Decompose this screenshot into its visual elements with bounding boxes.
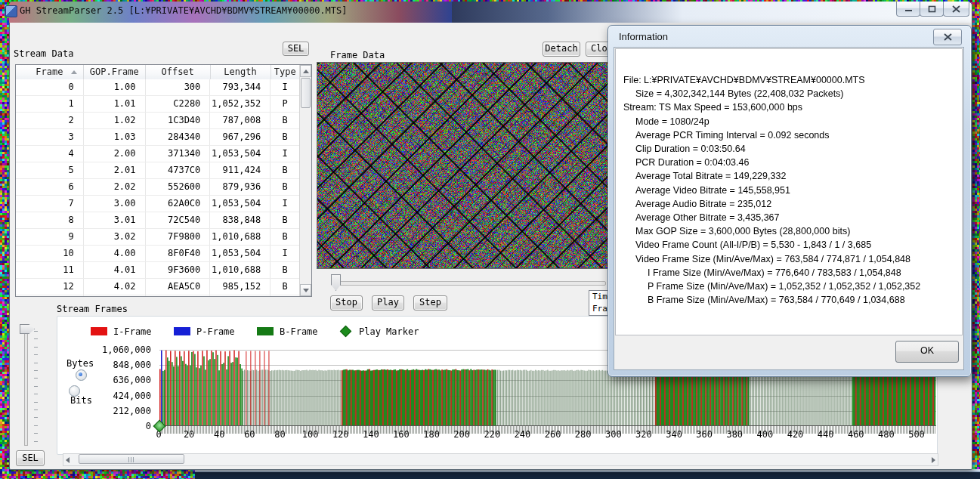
table-cell: 1,053,888 <box>210 295 271 297</box>
table-row[interactable]: 93.027F98001,010,688B <box>16 229 300 246</box>
table-row[interactable]: 42.003713401,053,504I <box>16 146 300 162</box>
table-row[interactable]: 21.021C3D40787,008B <box>16 113 300 129</box>
table-cell: 3.01 <box>84 212 146 228</box>
play-button[interactable]: Play <box>372 295 404 311</box>
stream-data-table[interactable]: FrameGOP.FrameOffsetLengthType 01.003007… <box>15 64 312 297</box>
frame-position-slider[interactable] <box>332 281 606 286</box>
table-cell: 879,936 <box>210 179 271 195</box>
column-header-frame[interactable]: Frame <box>16 65 84 79</box>
table-cell: I <box>271 79 300 95</box>
table-cell: 2.02 <box>84 179 146 195</box>
table-cell: B <box>271 229 300 245</box>
table-cell: 1,010,688 <box>210 229 271 245</box>
table-cell: B <box>271 129 300 145</box>
tick-mark <box>34 394 38 394</box>
table-cell: 985,152 <box>210 279 271 295</box>
arrow-down-icon <box>303 289 309 292</box>
zoom-slider-track[interactable] <box>24 326 28 446</box>
maximize-button[interactable] <box>920 2 944 17</box>
legend-label: B-Frame <box>280 326 318 337</box>
info-line: Average Audio Bitrate = 235,012 <box>623 197 920 211</box>
table-cell: I <box>271 196 300 212</box>
table-cell: 2.01 <box>84 162 146 178</box>
table-header[interactable]: FrameGOP.FrameOffsetLengthType <box>16 65 300 80</box>
y-tick-label: 212,000 <box>79 406 151 416</box>
grip-icon <box>128 457 135 462</box>
table-vertical-scrollbar[interactable] <box>299 65 311 296</box>
information-dialog[interactable]: Information File: L:¥PRIVATE¥AVCHD¥BDMV¥… <box>607 25 972 377</box>
column-header-length[interactable]: Length <box>211 65 271 79</box>
sel-button-bottom[interactable]: SEL <box>16 450 45 466</box>
horizontal-scrollbar[interactable] <box>63 453 938 466</box>
tick-mark <box>34 378 38 379</box>
dialog-close-button[interactable] <box>933 29 962 45</box>
x-tick-label: 260 <box>545 429 561 440</box>
hscroll-thumb[interactable] <box>79 454 184 464</box>
table-cell: 8F0F40 <box>146 246 211 261</box>
close-icon <box>952 5 960 13</box>
x-tick-label: 100 <box>302 429 319 440</box>
legend-item-play-marker: Play Marker <box>342 326 419 337</box>
table-cell: 1 <box>16 96 84 112</box>
dialog-client-area: File: L:¥PRIVATE¥AVCHD¥BDMV¥STREAM¥00000… <box>614 47 964 370</box>
ok-button[interactable]: OK <box>895 341 959 363</box>
detach-button[interactable]: Detach <box>543 42 580 57</box>
table-row[interactable]: 104.008F0F401,053,504I <box>16 246 300 262</box>
table-cell: 300 <box>146 79 211 95</box>
sel-button-top[interactable]: SEL <box>283 42 309 56</box>
table-cell: 284340 <box>146 129 211 145</box>
table-cell: 7F9800 <box>146 229 211 245</box>
table-cell: 9F3600 <box>146 262 211 278</box>
y-tick-label: 848,000 <box>79 360 151 370</box>
arrow-left-icon[interactable] <box>66 457 70 463</box>
scroll-down-button[interactable] <box>300 284 311 296</box>
table-cell: 5.00 <box>84 295 146 297</box>
table-row[interactable]: 01.00300793,344I <box>16 79 300 96</box>
table-cell: 6 <box>16 179 84 195</box>
tick-mark <box>34 409 38 410</box>
y-tick-label: 0 <box>79 421 151 431</box>
table-cell: 4.00 <box>84 246 146 261</box>
table-row[interactable]: 52.014737C0911,424B <box>16 162 300 179</box>
tick-mark <box>34 402 38 403</box>
table-cell: B <box>271 179 300 195</box>
stop-button[interactable]: Stop <box>330 295 363 311</box>
x-tick-label: 440 <box>818 429 834 440</box>
table-row[interactable]: 31.03284340967,296B <box>16 129 300 146</box>
x-tick-label: 380 <box>726 429 743 440</box>
table-cell: B <box>271 212 300 228</box>
table-row[interactable]: 83.0172C540838,848B <box>16 212 300 229</box>
table-row[interactable]: 11.01C22801,052,352P <box>16 96 300 113</box>
x-tick-label: 460 <box>848 429 864 440</box>
table-row[interactable]: 135.00BDB7C01,053,888I <box>16 295 300 297</box>
table-cell: 72C540 <box>146 212 211 228</box>
x-tick-label: 20 <box>184 429 194 440</box>
info-line: File: L:¥PRIVATE¥AVCHD¥BDMV¥STREAM¥00000… <box>623 73 920 87</box>
close-button[interactable] <box>943 2 969 17</box>
step-button[interactable]: Step <box>413 295 447 311</box>
minimize-button[interactable] <box>896 2 920 17</box>
table-cell: B <box>271 279 300 295</box>
column-header-offset[interactable]: Offset <box>146 65 211 79</box>
scroll-up-button[interactable] <box>300 65 311 77</box>
arrow-right-icon[interactable] <box>932 457 935 463</box>
x-tick-label: 400 <box>757 429 774 440</box>
table-cell: 787,008 <box>210 113 271 128</box>
table-row[interactable]: 114.019F36001,010,688B <box>16 262 300 279</box>
info-line: Average Total Bitrate = 149,229,332 <box>623 169 920 183</box>
table-row[interactable]: 62.02552600879,936B <box>16 179 300 196</box>
dialog-info-lines: File: L:¥PRIVATE¥AVCHD¥BDMV¥STREAM¥00000… <box>623 73 920 307</box>
legend-item-b-frame: B-Frame <box>257 326 318 337</box>
tick-mark <box>34 354 38 355</box>
table-body: 01.00300793,344I11.01C22801,052,352P21.0… <box>16 79 300 297</box>
table-cell: I <box>271 246 300 261</box>
x-tick-label: 280 <box>575 429 592 440</box>
table-row[interactable]: 124.02AEA5C0985,152B <box>16 279 300 295</box>
table-cell: 11 <box>16 262 84 278</box>
scroll-thumb[interactable] <box>301 78 311 108</box>
table-cell: 1,053,504 <box>210 246 271 261</box>
table-row[interactable]: 73.0062A0C01,053,504I <box>16 196 300 212</box>
column-header-gopframe[interactable]: GOP.Frame <box>84 65 146 79</box>
x-tick-label: 300 <box>605 429 622 440</box>
column-header-type[interactable]: Type <box>271 65 301 79</box>
